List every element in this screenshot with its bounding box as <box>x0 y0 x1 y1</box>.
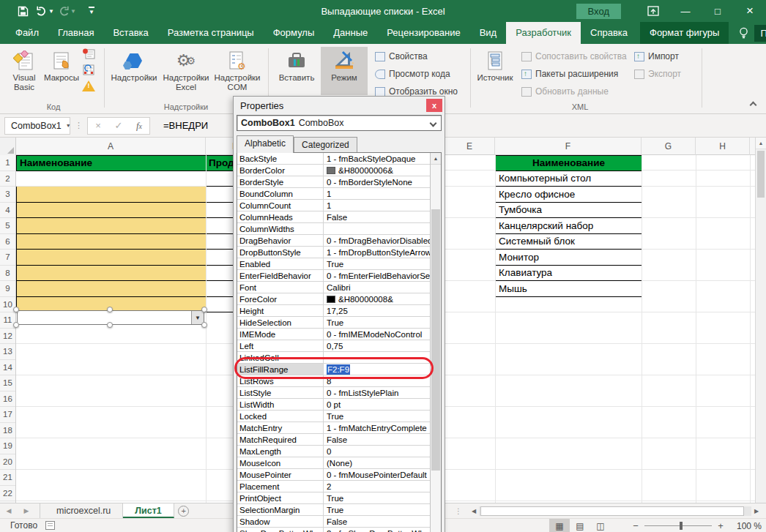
property-row-ListStyle[interactable]: ListStyle0 - fmListStylePlain <box>237 387 430 399</box>
property-value[interactable]: 1 - fmMatchEntryComplete <box>324 422 430 433</box>
property-name[interactable]: MousePointer <box>237 469 324 480</box>
zoom-slider[interactable] <box>644 525 712 526</box>
property-name[interactable]: ColumnCount <box>237 200 324 211</box>
scroll-up-icon[interactable]: ▲ <box>431 153 441 165</box>
property-row-DragBehavior[interactable]: DragBehavior0 - fmDragBehaviorDisabled <box>237 235 430 247</box>
row-header-14[interactable]: 14 <box>0 360 15 376</box>
property-name[interactable]: PrintObject <box>237 492 324 503</box>
redo-dropdown-arrow[interactable]: ▼ <box>70 8 76 15</box>
property-row-ShowDropButtonWhen[interactable]: ShowDropButtonWhen2 - fmShowDropButtonWh <box>237 528 430 532</box>
cell-a3[interactable] <box>16 187 207 203</box>
row-header-2[interactable]: 2 <box>0 171 15 187</box>
property-name[interactable]: Left <box>237 340 324 351</box>
macro-security-icon[interactable] <box>82 80 95 91</box>
selection-handle[interactable] <box>201 322 207 328</box>
property-value[interactable]: True <box>324 492 430 503</box>
cell-a9[interactable] <box>16 281 207 297</box>
property-value[interactable]: 1 - fmDropButtonStyleArrow <box>324 247 430 258</box>
record-macro-icon[interactable] <box>82 48 95 61</box>
property-value[interactable]: True <box>324 317 430 328</box>
cell-f1[interactable]: Наименование <box>495 155 642 171</box>
row-header-12[interactable]: 12 <box>0 329 15 345</box>
property-row-Enabled[interactable]: EnabledTrue <box>237 258 430 270</box>
property-value[interactable]: &H80000006& <box>324 165 430 176</box>
property-name[interactable]: Locked <box>237 411 324 422</box>
property-value[interactable]: (None) <box>324 457 430 468</box>
tab-разметка-страницы[interactable]: Разметка страницы <box>158 22 264 44</box>
property-name[interactable]: ShowDropButtonWhen <box>237 528 324 532</box>
maximize-button[interactable]: □ <box>702 0 734 22</box>
column-header-A[interactable]: A <box>16 138 206 155</box>
selection-handle[interactable] <box>13 322 19 328</box>
sheet-tab-microexcel.ru[interactable]: microexcel.ru <box>45 503 123 518</box>
row-header-21[interactable]: 21 <box>0 470 15 486</box>
column-header-H[interactable]: H <box>696 138 750 155</box>
zoom-level[interactable]: 100 % <box>737 521 762 531</box>
property-value[interactable]: 0,75 <box>324 340 430 351</box>
property-value[interactable]: 2 <box>324 481 430 492</box>
tab-вставка[interactable]: Вставка <box>103 22 157 44</box>
addins-button[interactable]: Надстройки <box>108 47 160 83</box>
property-value[interactable]: True <box>324 411 430 422</box>
property-name[interactable]: LinkedCell <box>237 352 324 363</box>
row-header-15[interactable]: 15 <box>0 375 15 391</box>
view-code-menu-item[interactable]: Просмотр кода <box>375 69 450 79</box>
selection-handle[interactable] <box>13 307 19 312</box>
sheet-nav-right-icon[interactable]: ▶ <box>18 503 35 518</box>
property-value[interactable]: 0 - fmMousePointerDefault <box>324 469 430 480</box>
sheet-nav-left-icon[interactable]: ◀ <box>0 503 18 518</box>
property-value[interactable]: False <box>324 434 430 445</box>
cell-f5[interactable]: Канцелярский набор <box>495 218 642 234</box>
com-addins-button[interactable]: ⚙ Надстройки COM <box>212 47 262 92</box>
zoom-slider-thumb[interactable] <box>680 522 683 530</box>
property-value[interactable]: True <box>324 258 430 269</box>
cell-f4[interactable]: Тумбочка <box>495 203 642 219</box>
selection-handle[interactable] <box>107 322 113 328</box>
tab-split-handle[interactable]: ⋮ <box>455 503 463 518</box>
row-header-1[interactable]: 1 <box>0 155 15 171</box>
property-row-BoundColumn[interactable]: BoundColumn1 <box>237 188 430 200</box>
property-row-Left[interactable]: Left0,75 <box>237 340 430 352</box>
property-value[interactable] <box>324 223 430 234</box>
property-row-MouseIcon[interactable]: MouseIcon(None) <box>237 457 430 469</box>
property-name[interactable]: BorderStyle <box>237 176 324 187</box>
property-row-LinkedCell[interactable]: LinkedCell <box>237 352 430 364</box>
property-name[interactable]: BoundColumn <box>237 188 324 199</box>
property-name[interactable]: ColumnWidths <box>237 223 324 234</box>
refresh-data-menu-item[interactable]: Обновить данные <box>521 86 609 97</box>
property-value[interactable]: 0 - fmBorderStyleNone <box>324 176 430 187</box>
property-row-MaxLength[interactable]: MaxLength0 <box>237 446 430 457</box>
tab-format-shape[interactable]: Формат фигуры <box>640 22 729 44</box>
scroll-up-icon[interactable]: ▲ <box>756 138 766 149</box>
sign-in-button[interactable]: Вход <box>576 4 621 19</box>
property-row-IMEMode[interactable]: IMEMode0 - fmIMEModeNoControl <box>237 329 430 340</box>
cancel-entry-icon[interactable]: × <box>88 120 108 131</box>
property-value[interactable]: 1 - fmBackStyleOpaque <box>324 153 430 164</box>
row-header-17[interactable]: 17 <box>0 407 15 423</box>
cell-f6[interactable]: Системный блок <box>495 234 642 250</box>
column-header-F[interactable]: F <box>495 138 642 155</box>
row-header-4[interactable]: 4 <box>0 203 15 219</box>
property-name[interactable]: Placement <box>237 481 324 492</box>
cell-a5[interactable] <box>16 218 207 234</box>
cell-a4[interactable] <box>16 203 207 219</box>
properties-tab-alphabetic[interactable]: Alphabetic <box>237 135 294 153</box>
undo-dropdown-arrow[interactable]: ▼ <box>48 8 54 15</box>
confirm-entry-icon[interactable]: ✓ <box>108 120 129 131</box>
property-name[interactable]: EnterFieldBehavior <box>237 270 324 281</box>
yellow-cells-a3-a10[interactable] <box>16 187 207 312</box>
property-value[interactable]: 0 - fmDragBehaviorDisabled <box>324 235 430 246</box>
property-row-SelectionMargin[interactable]: SelectionMarginTrue <box>237 504 430 516</box>
row-header-5[interactable]: 5 <box>0 218 15 234</box>
row-header-20[interactable]: 20 <box>0 454 15 471</box>
tab-файл[interactable]: Файл <box>6 22 48 44</box>
xml-source-button[interactable]: Источник <box>475 47 516 83</box>
property-name[interactable]: MouseIcon <box>237 457 324 468</box>
view-page-layout-icon[interactable]: ▤ <box>570 519 590 532</box>
zoom-out-icon[interactable]: − <box>630 520 642 531</box>
tab-разработчик[interactable]: Разработчик <box>506 22 581 44</box>
property-name[interactable]: MatchRequired <box>237 434 324 445</box>
property-name[interactable]: IMEMode <box>237 329 324 340</box>
property-row-Height[interactable]: Height17,25 <box>237 305 430 317</box>
view-normal-icon[interactable]: ▦ <box>549 519 570 532</box>
